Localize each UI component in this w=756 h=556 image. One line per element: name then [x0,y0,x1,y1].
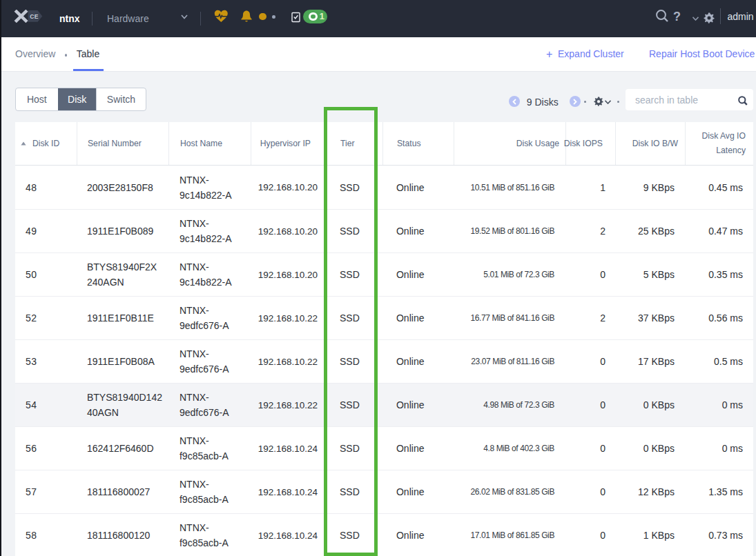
svg-text:CE: CE [30,13,38,20]
